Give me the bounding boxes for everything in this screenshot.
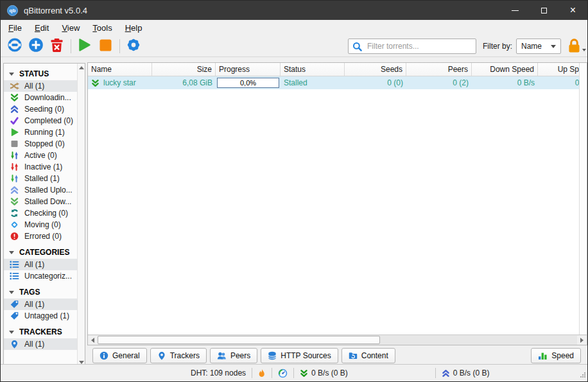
titlebar: qb qBittorrent v5.0.4 × — [1, 1, 587, 20]
categories-section-header[interactable]: CATEGORIES — [4, 246, 77, 259]
tab-peers[interactable]: Peers — [210, 348, 257, 363]
scrollbar-thumb[interactable] — [98, 336, 380, 344]
cell-down-speed: 0 B/s — [472, 76, 538, 89]
tab-label: Trackers — [170, 351, 200, 360]
menu-help[interactable]: Help — [119, 21, 149, 35]
sidebar-scrollbar[interactable] — [77, 64, 85, 367]
toolbar: Filter by: Name — [1, 36, 587, 57]
status-section-header[interactable]: STATUS — [4, 67, 77, 80]
sidebar-item-status-completed[interactable]: Completed (0) — [4, 115, 77, 126]
speed-button[interactable]: Speed — [531, 348, 581, 363]
double-chevron-down-icon — [300, 369, 308, 378]
add-torrent-file-button[interactable] — [27, 38, 44, 55]
search-input[interactable] — [366, 41, 472, 51]
table-vertical-scrollbar[interactable] — [579, 63, 587, 334]
cell-size: 6,08 GiB — [152, 76, 216, 89]
column-header-seeds[interactable]: Seeds — [345, 63, 406, 76]
torrent-row[interactable]: lucky star 6,08 GiB 0,0% Stalled 0 (0) 0… — [88, 76, 579, 89]
sidebar-item-category-uncategorized[interactable]: Uncategoriz... — [4, 270, 77, 282]
global-download-speed[interactable]: 0 B/s (0 B) — [300, 369, 348, 378]
menu-tools[interactable]: Tools — [86, 21, 118, 35]
filter-by-label: Filter by: — [483, 42, 512, 51]
alt-speed-limits-button[interactable] — [258, 369, 266, 378]
trash-icon — [49, 38, 64, 55]
column-header-size[interactable]: Size — [152, 63, 216, 76]
tab-general[interactable]: General — [92, 348, 147, 363]
window-title: qBittorrent v5.0.4 — [24, 6, 87, 15]
categories-section-label: CATEGORIES — [19, 248, 69, 257]
maximize-icon — [541, 8, 547, 13]
menu-file[interactable]: File — [2, 21, 28, 35]
resume-button[interactable] — [76, 38, 93, 55]
sidebar-item-status-active[interactable]: Active (0) — [4, 150, 77, 161]
torrent-search-box — [348, 39, 476, 54]
sidebar-item-status-errored[interactable]: Errored (0) — [4, 230, 77, 242]
sidebar-item-status-stalled-uploading[interactable]: Stalled Uplo... — [4, 184, 77, 196]
lock-ui-button[interactable] — [567, 37, 582, 56]
sidebar-item-tag-untagged[interactable]: Untagged (1) — [4, 310, 77, 322]
tab-label: General — [112, 351, 140, 360]
toolbar-overflow-icon[interactable] — [582, 49, 586, 51]
add-torrent-link-button[interactable] — [6, 38, 23, 55]
chevron-down-icon — [551, 45, 556, 48]
sidebar-item-tracker-all[interactable]: All (1) — [4, 338, 77, 350]
sidebar-item-status-seeding[interactable]: Seeding (0) — [4, 103, 77, 115]
delete-torrent-button[interactable] — [48, 38, 65, 55]
list-icon — [10, 260, 19, 269]
download-speed-label: 0 B/s (0 B) — [311, 369, 348, 378]
sidebar-item-status-all[interactable]: All (1) — [4, 80, 77, 92]
table-horizontal-scrollbar[interactable] — [88, 334, 587, 345]
sidebar-item-status-inactive[interactable]: Inactive (1) — [4, 161, 77, 173]
down-up-arrows-icon — [10, 174, 19, 183]
cell-seeds: 0 (0) — [345, 76, 406, 89]
double-chevron-down-icon — [10, 93, 19, 102]
statusbar-separator — [272, 368, 272, 378]
stop-icon — [98, 38, 113, 55]
sidebar-item-label: Completed (0) — [24, 116, 73, 125]
tags-section-header[interactable]: TAGS — [4, 286, 77, 299]
menubar: File Edit View Tools Help — [1, 20, 587, 36]
sidebar-item-status-stalled-downloading[interactable]: Stalled Dow... — [4, 196, 77, 207]
sidebar-item-status-moving[interactable]: Moving (0) — [4, 219, 77, 230]
sidebar-item-label: All (1) — [24, 340, 44, 349]
sidebar-item-label: Errored (0) — [24, 232, 62, 241]
sidebar-item-category-all[interactable]: All (1) — [4, 259, 77, 270]
connection-status-button[interactable] — [278, 369, 288, 378]
sidebar-item-label: Downloadin... — [24, 93, 71, 102]
maximize-button[interactable] — [530, 1, 558, 20]
global-upload-speed[interactable]: 0 B/s (0 B) — [442, 369, 490, 378]
stop-button[interactable] — [97, 38, 114, 55]
tab-content[interactable]: Content — [342, 348, 395, 363]
column-header-peers[interactable]: Peers — [406, 63, 472, 76]
scroll-up-icon[interactable] — [79, 66, 84, 69]
scroll-left-button[interactable] — [88, 336, 98, 345]
toolbar-separator — [119, 39, 120, 53]
scroll-right-button[interactable] — [577, 336, 587, 345]
filter-by-dropdown[interactable]: Name — [516, 39, 561, 54]
sidebar-item-status-downloading[interactable]: Downloadin... — [4, 92, 77, 103]
minimize-button[interactable] — [501, 1, 530, 20]
sidebar-item-status-checking[interactable]: Checking (0) — [4, 207, 77, 219]
column-header-status[interactable]: Status — [281, 63, 345, 76]
double-chevron-down-light-icon — [10, 197, 19, 206]
resize-grip[interactable] — [580, 371, 586, 380]
tab-trackers[interactable]: Trackers — [150, 348, 207, 363]
sidebar-item-label: All (1) — [24, 82, 44, 91]
sidebar-item-status-stopped[interactable]: Stopped (0) — [4, 138, 77, 150]
statusbar-separator — [435, 368, 436, 378]
sidebar-item-label: Checking (0) — [24, 209, 68, 218]
menu-edit[interactable]: Edit — [28, 21, 55, 35]
menu-view[interactable]: View — [55, 21, 86, 35]
column-header-name[interactable]: Name — [88, 63, 152, 76]
sidebar-item-status-running[interactable]: Running (1) — [4, 126, 77, 138]
sidebar-item-status-stalled[interactable]: Stalled (1) — [4, 173, 77, 184]
options-button[interactable] — [125, 38, 142, 55]
sidebar-item-label: All (1) — [24, 260, 44, 269]
column-header-down-speed[interactable]: Down Speed — [472, 63, 538, 76]
tab-http-sources[interactable]: HTTP Sources — [261, 348, 338, 363]
column-header-progress[interactable]: Progress — [216, 63, 281, 76]
sidebar-item-tag-all[interactable]: All (1) — [4, 299, 77, 310]
trackers-section-header[interactable]: TRACKERS — [4, 326, 77, 338]
close-button[interactable]: × — [558, 1, 587, 20]
column-header-up-speed[interactable]: Up Speed — [538, 63, 579, 76]
